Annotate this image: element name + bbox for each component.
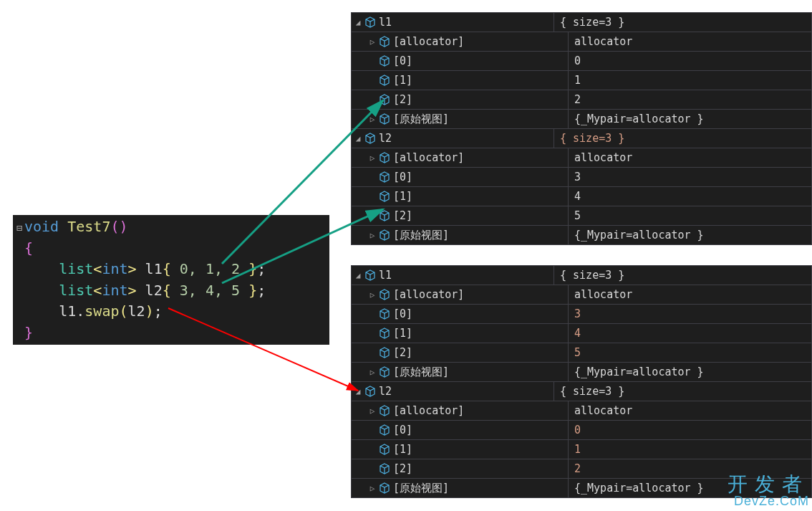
- watch-name-cell[interactable]: ▷[原始视图]: [352, 363, 569, 381]
- watch-row[interactable]: ◢l1{ size=3 }: [352, 266, 811, 285]
- object-icon: [379, 36, 390, 47]
- watch-name-cell[interactable]: ▷[allocator]: [352, 32, 569, 51]
- collapse-icon[interactable]: ◢: [353, 134, 363, 143]
- watch-panel-before[interactable]: ◢l1{ size=3 }▷[allocator]allocator[0]0[1…: [351, 12, 812, 245]
- variable-name: [2]: [393, 209, 412, 222]
- variable-value: 4: [569, 327, 811, 340]
- watch-name-cell[interactable]: [0]: [352, 52, 569, 70]
- watch-row[interactable]: [0]0: [352, 51, 811, 70]
- watch-row[interactable]: [0]3: [352, 304, 811, 323]
- variable-value: {_Mypair=allocator }: [569, 366, 811, 378]
- variable-value: allocator: [569, 404, 811, 417]
- watch-name-cell[interactable]: [1]: [352, 440, 569, 459]
- watch-name-cell[interactable]: [0]: [352, 421, 569, 439]
- watch-row[interactable]: [0]3: [352, 167, 811, 186]
- expand-icon[interactable]: ▷: [367, 37, 377, 47]
- expand-icon[interactable]: ▷: [367, 153, 377, 163]
- watch-row[interactable]: ▷[原始视图]{_Mypair=allocator }: [352, 109, 811, 128]
- variable-name: [0]: [393, 54, 412, 67]
- code-line: l1.swap(l2);: [14, 301, 329, 323]
- object-icon: [379, 210, 390, 221]
- code-editor[interactable]: ⊟void Test7() { list<int> l1{ 0, 1, 2 };…: [13, 215, 329, 345]
- collapse-icon[interactable]: ◢: [353, 387, 363, 396]
- watch-name-cell[interactable]: [1]: [352, 187, 569, 206]
- variable-name: [allocator]: [393, 151, 464, 164]
- variable-name: [原始视图]: [393, 366, 449, 379]
- watch-row[interactable]: ◢l2{ size=3 }: [352, 381, 811, 401]
- watch-row[interactable]: [2]2: [352, 90, 811, 109]
- watch-panel-after[interactable]: ◢l1{ size=3 }▷[allocator]allocator[0]3[1…: [351, 265, 812, 498]
- watch-name-cell[interactable]: ◢l2: [352, 382, 554, 401]
- watch-row[interactable]: ▷[allocator]allocator: [352, 32, 811, 51]
- expand-icon[interactable]: ▷: [367, 368, 377, 377]
- code-line: }: [14, 323, 329, 344]
- watch-name-cell[interactable]: ▷[原始视图]: [352, 226, 569, 244]
- expand-icon[interactable]: ▷: [367, 231, 377, 240]
- variable-value: 5: [569, 346, 811, 359]
- collapse-icon[interactable]: ◢: [353, 271, 363, 280]
- watch-name-cell[interactable]: [2]: [352, 343, 569, 362]
- watch-row[interactable]: [0]0: [352, 420, 811, 439]
- watch-row[interactable]: [2]5: [352, 343, 811, 362]
- watch-name-cell[interactable]: ▷[allocator]: [352, 148, 569, 167]
- variable-name: [原始视图]: [393, 229, 449, 242]
- expand-icon[interactable]: ▷: [367, 406, 377, 416]
- watch-name-cell[interactable]: [1]: [352, 324, 569, 343]
- variable-value: { size=3 }: [554, 16, 811, 29]
- watch-name-cell[interactable]: ◢l1: [352, 13, 554, 32]
- object-icon: [379, 463, 390, 474]
- variable-name: [allocator]: [393, 404, 464, 417]
- watch-name-cell[interactable]: ▷[allocator]: [352, 401, 569, 420]
- variable-value: 4: [569, 190, 811, 203]
- collapse-icon[interactable]: ⊟: [14, 218, 24, 238]
- variable-name: [原始视图]: [393, 113, 449, 126]
- watch-row[interactable]: [1]4: [352, 323, 811, 343]
- watch-row[interactable]: [1]4: [352, 186, 811, 206]
- variable-value: {_Mypair=allocator }: [569, 229, 811, 242]
- watch-name-cell[interactable]: [2]: [352, 459, 569, 478]
- variable-name: l1: [379, 269, 392, 282]
- object-icon: [379, 482, 390, 494]
- variable-name: [0]: [393, 424, 412, 436]
- watch-row[interactable]: ▷[allocator]allocator: [352, 148, 811, 167]
- watch-name-cell[interactable]: ▷[原始视图]: [352, 110, 569, 128]
- watch-row[interactable]: [2]5: [352, 206, 811, 225]
- watch-name-cell[interactable]: [2]: [352, 206, 569, 225]
- watch-row[interactable]: ▷[原始视图]{_Mypair=allocator }: [352, 362, 811, 381]
- variable-value: allocator: [569, 288, 811, 301]
- variable-name: [2]: [393, 462, 412, 475]
- code-line: list<int> l1{ 0, 1, 2 };: [14, 259, 329, 280]
- expand-icon[interactable]: ▷: [367, 484, 377, 493]
- object-icon: [379, 424, 390, 436]
- watch-name-cell[interactable]: ▷[allocator]: [352, 285, 569, 304]
- variable-value: allocator: [569, 35, 811, 48]
- object-icon: [364, 16, 376, 28]
- expand-icon[interactable]: ▷: [367, 290, 377, 300]
- watch-row[interactable]: ▷[allocator]allocator: [352, 285, 811, 304]
- watch-row[interactable]: ◢l2{ size=3 }: [352, 128, 811, 148]
- watch-name-cell[interactable]: [1]: [352, 71, 569, 90]
- variable-value: 1: [569, 74, 811, 87]
- watch-row[interactable]: ▷[allocator]allocator: [352, 401, 811, 420]
- watch-name-cell[interactable]: [0]: [352, 168, 569, 186]
- variable-value: { size=3 }: [554, 132, 811, 145]
- variable-name: [2]: [393, 93, 412, 106]
- variable-value: 2: [569, 93, 811, 106]
- variable-name: l1: [379, 16, 392, 29]
- object-icon: [379, 347, 390, 358]
- variable-value: allocator: [569, 151, 811, 164]
- watch-name-cell[interactable]: [0]: [352, 305, 569, 323]
- watch-row[interactable]: [1]1: [352, 439, 811, 459]
- watch-row[interactable]: ▷[原始视图]{_Mypair=allocator }: [352, 225, 811, 244]
- watch-row[interactable]: [1]1: [352, 70, 811, 90]
- expand-icon[interactable]: ▷: [367, 115, 377, 124]
- watch-name-cell[interactable]: [2]: [352, 90, 569, 109]
- watch-row[interactable]: ◢l1{ size=3 }: [352, 13, 811, 32]
- watch-name-cell[interactable]: ◢l1: [352, 266, 554, 285]
- watch-name-cell[interactable]: ▷[原始视图]: [352, 479, 569, 497]
- object-icon: [379, 444, 390, 455]
- watch-name-cell[interactable]: ◢l2: [352, 129, 554, 148]
- collapse-icon[interactable]: ◢: [353, 18, 363, 27]
- variable-value: 1: [569, 443, 811, 456]
- variable-value: 0: [569, 54, 811, 67]
